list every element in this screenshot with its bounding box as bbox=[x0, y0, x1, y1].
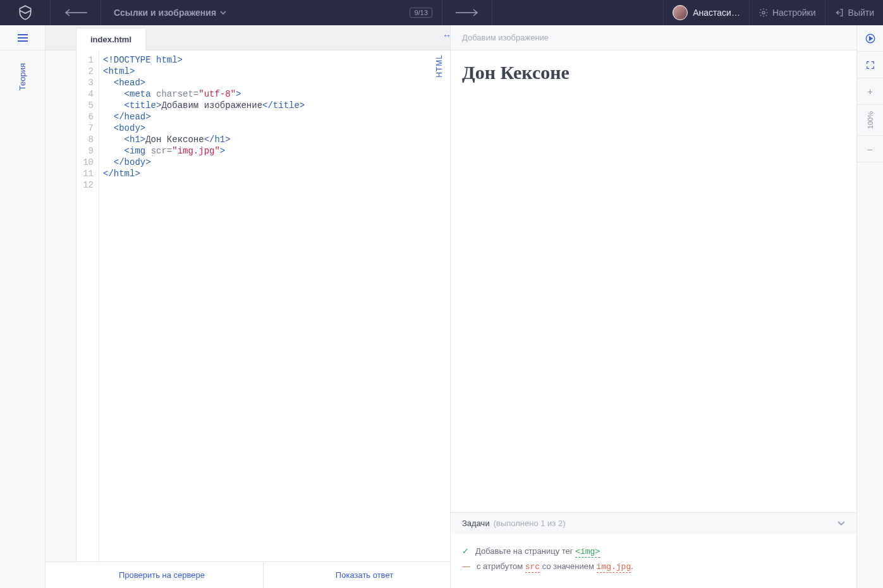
logout-button[interactable]: Выйти bbox=[825, 0, 883, 25]
preview-toolstrip: + 100% – bbox=[856, 25, 883, 588]
chevron-down-icon bbox=[220, 11, 226, 15]
lesson-title-text: Ссылки и изображения bbox=[114, 8, 216, 18]
task-item: ✓Добавьте на страницу тег <img> bbox=[462, 546, 845, 556]
fullscreen-button[interactable] bbox=[857, 52, 883, 78]
zoom-out-button[interactable]: – bbox=[857, 136, 883, 162]
logout-label: Выйти bbox=[848, 8, 874, 18]
editor-tabs: index.html bbox=[76, 25, 146, 51]
lesson-progress-badge: 9/13 bbox=[410, 8, 432, 18]
preview-heading: Дон Кексоне bbox=[462, 62, 845, 83]
preview-title-bar: Добавим изображение bbox=[451, 25, 856, 51]
code-content[interactable]: <!DOCTYPE html><html> <head> <meta chars… bbox=[99, 51, 450, 561]
logout-icon bbox=[834, 8, 844, 18]
task-item: —с атрибутом src со значением img.jpg. bbox=[462, 561, 845, 572]
zoom-level-text: 100% bbox=[867, 105, 874, 135]
editor-lang-label: HTML bbox=[435, 54, 444, 78]
code-editor[interactable]: 123456789101112 <!DOCTYPE html><html> <h… bbox=[76, 51, 450, 561]
header-bar: Ссылки и изображения 9/13 Анастаси… Наст… bbox=[0, 0, 883, 25]
user-name-label: Анастаси… bbox=[693, 8, 740, 18]
editor-panel: index.html 123456789101112 <!DOCTYPE htm… bbox=[46, 25, 450, 588]
next-lesson-button[interactable] bbox=[442, 0, 492, 25]
app-logo[interactable] bbox=[0, 0, 51, 25]
prev-lesson-button[interactable] bbox=[51, 0, 101, 25]
shield-icon bbox=[17, 4, 33, 21]
editor-footer: Проверить на сервере Показать ответ bbox=[46, 561, 450, 588]
svg-point-0 bbox=[762, 11, 765, 14]
fullscreen-icon bbox=[865, 60, 875, 70]
theory-sidebar: Теория bbox=[0, 25, 46, 588]
play-circle-icon bbox=[865, 33, 876, 44]
tasks-label: Задачи bbox=[462, 519, 490, 528]
resize-handle-icon[interactable]: ↔ bbox=[442, 30, 451, 40]
menu-icon bbox=[17, 33, 28, 42]
settings-label: Настройки bbox=[772, 8, 816, 18]
theory-label[interactable]: Теория bbox=[18, 63, 27, 90]
user-menu[interactable]: Анастаси… bbox=[663, 0, 749, 25]
show-answer-button[interactable]: Показать ответ bbox=[263, 562, 465, 588]
tasks-header[interactable]: Задачи (выполнено 1 из 2) bbox=[451, 512, 856, 534]
tasks-collapse-button[interactable] bbox=[837, 521, 845, 526]
avatar bbox=[673, 5, 688, 20]
chevron-down-icon bbox=[837, 521, 845, 526]
zoom-in-button[interactable]: + bbox=[857, 78, 883, 105]
settings-button[interactable]: Настройки bbox=[749, 0, 825, 25]
lesson-title-dropdown[interactable]: Ссылки и изображения bbox=[101, 0, 239, 25]
gear-icon bbox=[758, 8, 769, 18]
check-button[interactable]: Проверить на сервере bbox=[61, 562, 263, 588]
theory-toggle-button[interactable] bbox=[0, 25, 45, 51]
run-button[interactable] bbox=[857, 25, 883, 52]
preview-title-text: Добавим изображение bbox=[462, 33, 549, 42]
task-list: ✓Добавьте на страницу тег <img>—с атрибу… bbox=[451, 534, 856, 588]
arrow-right-icon bbox=[454, 8, 480, 17]
arrow-left-icon bbox=[63, 8, 88, 17]
preview-viewport: Дон Кексоне bbox=[451, 51, 856, 512]
zoom-level: 100% bbox=[857, 105, 883, 136]
tasks-count: (выполнено 1 из 2) bbox=[494, 519, 566, 528]
tab-index-html[interactable]: index.html bbox=[76, 28, 146, 51]
line-gutter: 123456789101112 bbox=[76, 51, 99, 561]
preview-panel: Добавим изображение Дон Кексоне Задачи (… bbox=[450, 25, 883, 588]
